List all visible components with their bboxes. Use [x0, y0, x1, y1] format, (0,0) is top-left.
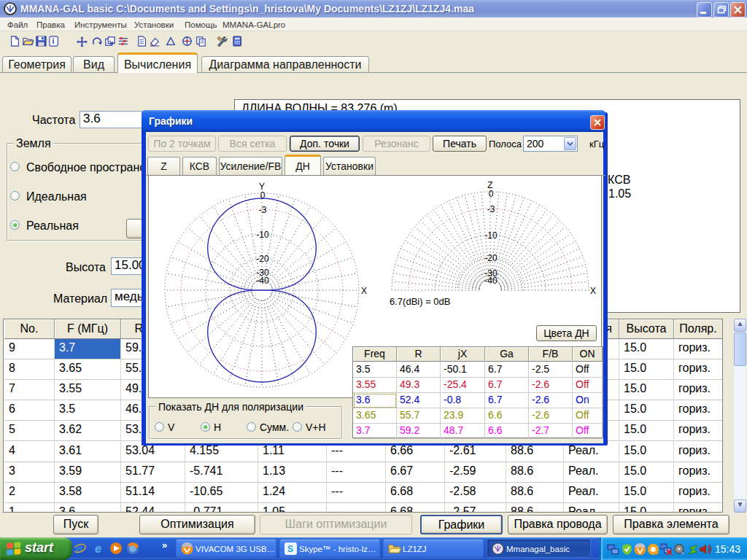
svg-text:X: X [361, 286, 367, 296]
svg-text:X: X [590, 286, 596, 296]
svg-text:i: i [52, 36, 54, 45]
svg-text:-10: -10 [484, 230, 498, 241]
svg-text:0: 0 [260, 190, 266, 201]
svg-text:S: S [287, 544, 293, 554]
svg-text:-20: -20 [256, 254, 269, 264]
svg-text:0: 0 [489, 189, 494, 199]
svg-text:-40: -40 [256, 276, 269, 286]
svg-text:-20: -20 [484, 253, 498, 263]
svg-text:-10: -10 [256, 230, 269, 240]
svg-text:-40: -40 [484, 276, 498, 286]
svg-text:-3: -3 [259, 205, 267, 215]
svg-text:-3: -3 [487, 204, 495, 214]
svg-text:e: e [95, 542, 101, 555]
